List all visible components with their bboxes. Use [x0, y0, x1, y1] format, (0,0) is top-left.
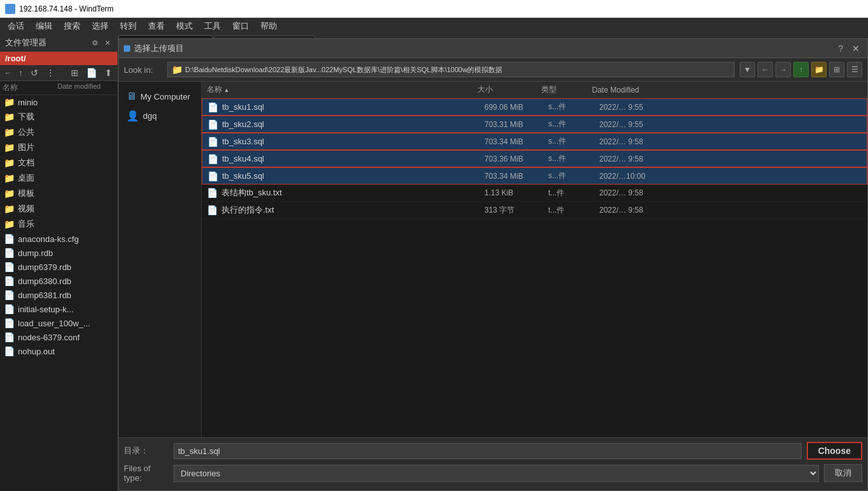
menu-item-编辑[interactable]: 编辑 — [31, 19, 57, 33]
main-layout: 文件管理器 ⚙ ✕ /root/ ← ↑ ↺ ⋮ ⊞ 📄 ⬆ 名称 Date m… — [0, 34, 868, 491]
dialog-close-btn[interactable]: ✕ — [849, 43, 862, 54]
menu-item-窗口[interactable]: 窗口 — [227, 19, 254, 33]
file-date-tb_sku4: 2022/… 9:58 — [599, 155, 862, 163]
file-row-exec[interactable]: 📄 执行的指令.txt 313 字节 t...件 2022/… 9:58 — [202, 202, 867, 219]
sidebar-close-icon[interactable]: ✕ — [103, 38, 112, 48]
dleft-computer[interactable]: 🖥 My Computer — [121, 87, 198, 106]
lookin-label: Look in: — [124, 65, 162, 75]
sidebar-item-6[interactable]: 📁模板 — [0, 186, 117, 201]
file-type-tb_sku2: s...件 — [548, 119, 599, 130]
sidebar-item-name-13: dump6381.rdb — [18, 291, 114, 300]
dialog-help-btn[interactable]: ? — [835, 43, 846, 54]
file-type-exec: t...件 — [548, 205, 599, 216]
dialog-footer: 目录： Choose Files of type: Directories 取消 — [119, 437, 867, 490]
lookin-forward-btn[interactable]: → — [775, 62, 791, 77]
sidebar-item-11[interactable]: 📄dump6379.rdb — [0, 260, 117, 274]
lookin-nav-btns: ▼ ← → ↑ 📁 ⊞ ☰ — [740, 62, 862, 77]
menu-item-查看[interactable]: 查看 — [143, 19, 170, 33]
sidebar-item-3[interactable]: 📁图片 — [0, 140, 117, 155]
sidebar-item-15[interactable]: 📄load_user_100w_... — [0, 316, 117, 330]
choose-button[interactable]: Choose — [807, 442, 862, 460]
menu-item-选择[interactable]: 选择 — [87, 19, 114, 33]
sidebar-item-8[interactable]: 📁音乐 — [0, 216, 117, 232]
dialog-titlebar: 选择上传项目 ? ✕ — [119, 39, 867, 58]
sidebar-item-14[interactable]: 📄initial-setup-k... — [0, 302, 117, 316]
fh-date-col[interactable]: Date Modified — [592, 86, 863, 94]
sidebar-item-17[interactable]: 📄nohup.out — [0, 344, 117, 358]
lookin-new-folder-btn[interactable]: 📁 — [811, 62, 827, 77]
menu-item-搜索[interactable]: 搜索 — [59, 19, 86, 33]
file-name-tb_sku3: tb_sku3.sql — [222, 137, 484, 146]
file-row-tb_sku2[interactable]: 📄 tb_sku2.sql 703.31 MiB s...件 2022/… 9:… — [202, 116, 867, 133]
menu-item-工具[interactable]: 工具 — [199, 19, 226, 33]
computer-icon: 🖥 — [126, 91, 137, 102]
sidebar-item-name-8: 音乐 — [18, 218, 114, 230]
file-icon-struct: 📄 — [207, 188, 218, 198]
file-icon-tb_sku1: 📄 — [207, 102, 218, 112]
file-row-struct[interactable]: 📄 表结构tb_sku.txt 1.13 KiB t...件 2022/… 9:… — [202, 185, 867, 202]
sidebar-item-9[interactable]: 📄anaconda-ks.cfg — [0, 232, 117, 246]
menu-item-转到[interactable]: 转到 — [115, 19, 142, 33]
fh-name-col[interactable]: 名称 — [207, 84, 477, 95]
sidebar-item-10[interactable]: 📄dump.rdb — [0, 246, 117, 260]
lookin-back-btn[interactable]: ← — [758, 62, 773, 77]
sidebar-item-name-7: 视频 — [18, 203, 114, 215]
sidebar-header: 文件管理器 ⚙ ✕ — [0, 34, 117, 52]
menu-bar: 会话编辑搜索选择转到查看模式工具窗口帮助 — [0, 18, 868, 34]
sidebar-path: /root/ — [0, 52, 117, 65]
lookin-up-btn[interactable]: ↑ — [793, 62, 809, 77]
sidebar-item-16[interactable]: 📄nodes-6379.conf — [0, 330, 117, 344]
fh-size-col[interactable]: 大小 — [477, 84, 541, 95]
file-icon-exec: 📄 — [207, 205, 218, 215]
sidebar-item-name-14: initial-setup-k... — [18, 305, 114, 314]
file-icon: 📄 — [4, 346, 15, 356]
file-size-tb_sku2: 703.31 MiB — [484, 120, 548, 129]
sidebar-settings-icon[interactable]: ⚙ — [90, 38, 100, 48]
file-size-exec: 313 字节 — [484, 205, 548, 216]
folder-icon: 📁 — [4, 127, 15, 137]
file-icon: 📄 — [4, 276, 15, 286]
sidebar-item-name-15: load_user_100w_... — [18, 319, 114, 328]
menu-item-会话[interactable]: 会话 — [3, 19, 29, 33]
footer-type-select[interactable]: Directories — [174, 465, 819, 482]
cancel-button[interactable]: 取消 — [824, 464, 862, 482]
sidebar-new-btn[interactable]: 📄 — [84, 67, 100, 79]
footer-dir-input[interactable] — [174, 443, 802, 459]
sidebar-item-1[interactable]: 📁下载 — [0, 109, 117, 125]
sidebar-upload-btn[interactable]: ⬆ — [102, 67, 115, 79]
file-list-body: 📄 tb_sku1.sql 699.06 MiB s...件 2022/… 9:… — [202, 98, 867, 437]
folder-icon: 📁 — [4, 188, 15, 199]
sidebar-column-header: 名称 Date modified — [0, 81, 117, 95]
sidebar-item-7[interactable]: 📁视频 — [0, 201, 117, 216]
sidebar-grid-btn[interactable]: ⊞ — [68, 67, 81, 79]
file-icon: 📄 — [4, 304, 15, 314]
sidebar-item-12[interactable]: 📄dump6380.rdb — [0, 274, 117, 288]
file-row-tb_sku3[interactable]: 📄 tb_sku3.sql 703.34 MiB s...件 2022/… 9:… — [202, 133, 867, 150]
footer-dir-row: 目录： Choose — [124, 442, 862, 460]
sidebar-menu-btn[interactable]: ⋮ — [43, 67, 57, 79]
lookin-view-btn[interactable]: ⊞ — [829, 62, 844, 77]
footer-type-row: Files of type: Directories 取消 — [124, 464, 862, 483]
dleft-user[interactable]: 👤 dgq — [121, 106, 198, 126]
menu-item-模式[interactable]: 模式 — [171, 19, 198, 33]
sidebar-up-btn[interactable]: ↑ — [16, 67, 26, 79]
footer-dir-label: 目录： — [124, 445, 168, 457]
window-title: 192.168.74.148 - WindTerm — [19, 4, 114, 13]
file-row-tb_sku4[interactable]: 📄 tb_sku4.sql 703.36 MiB s...件 2022/… 9:… — [202, 150, 867, 167]
menu-item-帮助[interactable]: 帮助 — [255, 19, 282, 33]
file-row-tb_sku1[interactable]: 📄 tb_sku1.sql 699.06 MiB s...件 2022/… 9:… — [202, 98, 867, 116]
sidebar-item-13[interactable]: 📄dump6381.rdb — [0, 288, 117, 302]
file-row-tb_sku5[interactable]: 📄 tb_sku5.sql 703.34 MiB s...件 2022/…10:… — [202, 167, 867, 185]
sidebar-item-2[interactable]: 📁公共 — [0, 125, 117, 140]
sidebar: 文件管理器 ⚙ ✕ /root/ ← ↑ ↺ ⋮ ⊞ 📄 ⬆ 名称 Date m… — [0, 34, 118, 491]
lookin-dropdown-btn[interactable]: ▼ — [740, 62, 755, 77]
sidebar-item-5[interactable]: 📁桌面 — [0, 170, 117, 186]
lookin-detail-btn[interactable]: ☰ — [847, 62, 862, 77]
sidebar-item-name-17: nohup.out — [18, 347, 114, 356]
sidebar-toolbar: ← ↑ ↺ ⋮ ⊞ 📄 ⬆ — [0, 65, 117, 81]
sidebar-item-0[interactable]: 📁minio — [0, 95, 117, 109]
sidebar-item-4[interactable]: 📁文档 — [0, 155, 117, 170]
sidebar-item-name-12: dump6380.rdb — [18, 276, 114, 286]
sidebar-refresh-btn[interactable]: ↺ — [28, 67, 41, 79]
fh-type-col[interactable]: 类型 — [541, 84, 592, 95]
